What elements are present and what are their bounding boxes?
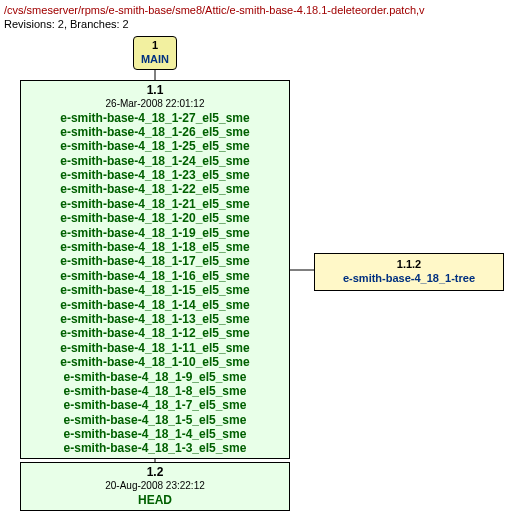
tag-item: e-smith-base-4_18_1-18_el5_sme bbox=[27, 240, 283, 254]
tag-item: e-smith-base-4_18_1-8_el5_sme bbox=[27, 384, 283, 398]
tag-item: e-smith-base-4_18_1-11_el5_sme bbox=[27, 341, 283, 355]
branch-name: e-smith-base-4_18_1-tree bbox=[321, 272, 497, 286]
tag-list: e-smith-base-4_18_1-27_el5_smee-smith-ba… bbox=[27, 111, 283, 456]
tag-item: e-smith-base-4_18_1-5_el5_sme bbox=[27, 413, 283, 427]
node-rev-1-2[interactable]: 1.2 20-Aug-2008 23:22:12 HEAD bbox=[20, 462, 290, 511]
tag-item: e-smith-base-4_18_1-12_el5_sme bbox=[27, 326, 283, 340]
rev-version: 1.1 bbox=[27, 83, 283, 98]
tag-item: e-smith-base-4_18_1-20_el5_sme bbox=[27, 211, 283, 225]
rev-version: 1.2 bbox=[27, 465, 283, 480]
tag-item: e-smith-base-4_18_1-23_el5_sme bbox=[27, 168, 283, 182]
tag-item: e-smith-base-4_18_1-10_el5_sme bbox=[27, 355, 283, 369]
node-main-number: 1 bbox=[140, 39, 170, 53]
revision-graph: 1 MAIN 1.1 26-Mar-2008 22:01:12 e-smith-… bbox=[4, 36, 514, 511]
file-path: /cvs/smeserver/rpms/e-smith-base/sme8/At… bbox=[4, 4, 518, 16]
node-branch[interactable]: 1.1.2 e-smith-base-4_18_1-tree bbox=[314, 253, 504, 291]
tag-item: e-smith-base-4_18_1-16_el5_sme bbox=[27, 269, 283, 283]
node-main-label: MAIN bbox=[140, 53, 170, 67]
head-label: HEAD bbox=[27, 493, 283, 508]
revision-summary: Revisions: 2, Branches: 2 bbox=[4, 18, 518, 30]
node-rev-1-1[interactable]: 1.1 26-Mar-2008 22:01:12 e-smith-base-4_… bbox=[20, 80, 290, 459]
tag-item: e-smith-base-4_18_1-13_el5_sme bbox=[27, 312, 283, 326]
tag-item: e-smith-base-4_18_1-4_el5_sme bbox=[27, 427, 283, 441]
tag-item: e-smith-base-4_18_1-14_el5_sme bbox=[27, 298, 283, 312]
tag-item: e-smith-base-4_18_1-25_el5_sme bbox=[27, 139, 283, 153]
node-main[interactable]: 1 MAIN bbox=[133, 36, 177, 70]
tag-item: e-smith-base-4_18_1-21_el5_sme bbox=[27, 197, 283, 211]
tag-item: e-smith-base-4_18_1-22_el5_sme bbox=[27, 182, 283, 196]
tag-item: e-smith-base-4_18_1-19_el5_sme bbox=[27, 226, 283, 240]
tag-item: e-smith-base-4_18_1-15_el5_sme bbox=[27, 283, 283, 297]
tag-item: e-smith-base-4_18_1-7_el5_sme bbox=[27, 398, 283, 412]
rev-date: 20-Aug-2008 23:22:12 bbox=[27, 480, 283, 493]
tag-item: e-smith-base-4_18_1-3_el5_sme bbox=[27, 441, 283, 455]
tag-item: e-smith-base-4_18_1-26_el5_sme bbox=[27, 125, 283, 139]
rev-date: 26-Mar-2008 22:01:12 bbox=[27, 98, 283, 111]
tag-item: e-smith-base-4_18_1-17_el5_sme bbox=[27, 254, 283, 268]
branch-version: 1.1.2 bbox=[321, 258, 497, 272]
tag-item: e-smith-base-4_18_1-9_el5_sme bbox=[27, 370, 283, 384]
tag-item: e-smith-base-4_18_1-27_el5_sme bbox=[27, 111, 283, 125]
tag-item: e-smith-base-4_18_1-24_el5_sme bbox=[27, 154, 283, 168]
